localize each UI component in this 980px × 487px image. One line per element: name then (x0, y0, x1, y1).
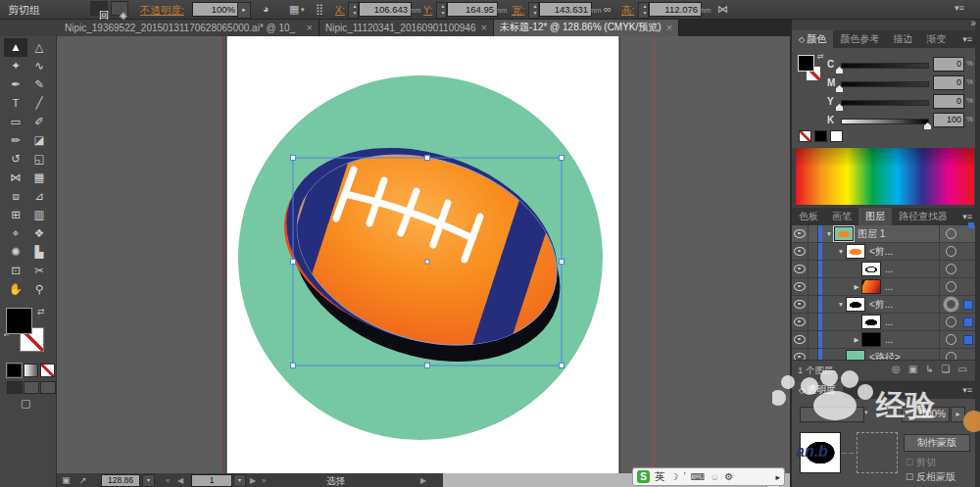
channel-value-field[interactable]: 0 (933, 75, 964, 90)
panel-tab[interactable]: 画笔 (825, 208, 858, 225)
lock-cell[interactable] (808, 243, 818, 260)
transparency-panel-menu-icon[interactable]: ▾≡ (962, 385, 972, 395)
visibility-cell[interactable] (792, 296, 808, 313)
channel-value-field[interactable]: 0 (933, 94, 964, 109)
height-spinner[interactable]: ▴▾ (638, 2, 649, 19)
layer-row[interactable]: ▼ <剪... (792, 296, 975, 314)
ime-toolbar[interactable]: S 英 ☽’⌨☺⚙ ▸ (632, 467, 785, 486)
blend-mode-dropdown[interactable] (800, 407, 864, 422)
target-cell[interactable] (940, 334, 961, 345)
transparency-opacity-arrow[interactable]: ▸ (951, 407, 965, 422)
expand-arrow-icon[interactable]: ▼ (824, 230, 834, 237)
new-layer-icon[interactable]: ❏ (942, 364, 951, 374)
channel-value-field[interactable]: 0 (933, 57, 964, 72)
tab-transparency[interactable]: ◇透明度 (792, 381, 843, 399)
ime-language-label[interactable]: 英 (655, 470, 665, 484)
layer-thumbnail[interactable] (861, 262, 881, 276)
gradient-tool[interactable]: ▥ (27, 206, 51, 224)
target-cell[interactable] (940, 299, 961, 310)
draw-inside-button[interactable] (40, 381, 56, 394)
x-field[interactable]: 106.643 (359, 2, 412, 17)
selection-cell[interactable] (961, 282, 975, 292)
layers-panel-menu-icon[interactable]: ▾≡ (962, 212, 972, 221)
layer-label[interactable]: <剪... (869, 298, 939, 312)
share-icon[interactable]: ↗ (79, 475, 87, 485)
mask-thumbnail[interactable] (857, 432, 898, 473)
slider-track[interactable] (841, 100, 929, 106)
column-graph-tool[interactable]: ▙ (27, 243, 51, 262)
panel-fill-swatch[interactable] (799, 56, 813, 71)
y-field[interactable]: 164.95 (447, 2, 498, 17)
visibility-cell[interactable] (792, 314, 808, 330)
gpu-preview-icon[interactable]: ▣ (62, 475, 71, 485)
layer-row[interactable]: ... (792, 261, 975, 278)
panel-tab[interactable]: ◇颜色参考 (833, 30, 886, 48)
x-spinner[interactable]: ▴▾ (348, 2, 359, 19)
draw-normal-button[interactable] (7, 381, 23, 394)
shape-builder-tool[interactable]: ⧈ (4, 187, 27, 206)
selection-cell[interactable] (961, 300, 975, 310)
moon-icon[interactable]: ☽ (670, 471, 679, 482)
layer-label[interactable]: 图层 1 (858, 227, 939, 241)
slider-track[interactable] (841, 119, 929, 124)
layer-thumbnail[interactable] (861, 279, 881, 294)
swap-fill-stroke-icon[interactable]: ⇄ (37, 307, 45, 317)
layer-row[interactable]: ▼ 图层 1 (792, 225, 975, 243)
slice-tool[interactable]: ✂ (27, 262, 51, 280)
layer-row[interactable]: ▼ <剪... (792, 243, 975, 261)
delete-layer-icon[interactable]: ▭ (958, 364, 967, 374)
opacity-value[interactable]: 100% (192, 2, 239, 17)
target-cell[interactable] (940, 246, 961, 257)
last-artboard-icon[interactable]: » (262, 476, 266, 485)
close-icon[interactable]: × (307, 22, 313, 33)
color-button[interactable] (7, 364, 22, 377)
zoom-tool[interactable]: ⚲ (27, 280, 51, 299)
perspective-grid-tool[interactable]: ⊿ (27, 187, 51, 206)
control-panel-menu-icon[interactable]: ▾≡ (955, 3, 964, 13)
magic-wand-tool[interactable]: ✦ (4, 57, 27, 75)
prev-artboard-icon[interactable]: ◀ (177, 476, 183, 485)
gradient-button[interactable] (24, 364, 38, 377)
first-artboard-icon[interactable]: « (166, 476, 170, 485)
visibility-cell[interactable] (792, 278, 808, 295)
layer-thumbnail[interactable] (861, 315, 881, 329)
lock-cell[interactable] (808, 225, 818, 242)
target-cell[interactable] (940, 317, 961, 327)
layer-row[interactable]: ▶ ... (792, 331, 975, 349)
lock-cell[interactable] (808, 278, 818, 295)
visibility-cell[interactable] (792, 225, 808, 242)
close-icon[interactable]: × (481, 22, 487, 33)
lasso-tool[interactable]: ∿ (27, 57, 51, 75)
x-label[interactable]: X: (335, 4, 345, 16)
align-caret-icon[interactable]: ▾ (301, 6, 305, 14)
document-tab[interactable]: Nipic_19369522_20150131170628065000.ai* … (59, 19, 319, 36)
layer-thumbnail[interactable] (846, 297, 865, 312)
slider-track[interactable] (841, 81, 929, 87)
target-cell[interactable] (940, 264, 961, 274)
artboard-number-field[interactable]: 1 (191, 474, 232, 487)
layer-label[interactable]: ... (885, 264, 939, 274)
invert-mask-checkbox[interactable]: ☐反相蒙版 (906, 470, 956, 484)
keyboard-icon[interactable]: ⌨ (691, 471, 705, 482)
canvas-area[interactable] (56, 36, 790, 473)
reference-point-icon[interactable]: ⣿ (316, 3, 323, 16)
expand-arrow-icon[interactable]: ▼ (836, 301, 846, 308)
blend-tool[interactable]: ❖ (27, 224, 51, 243)
document-tab[interactable]: Nipic_11120341_20160901100946921000.ai* … (319, 19, 494, 36)
screen-mode-icon[interactable]: ▢ (21, 397, 30, 410)
close-icon[interactable]: × (666, 22, 672, 33)
fill-color-swatch[interactable] (7, 309, 31, 333)
y-label[interactable]: Y: (423, 4, 432, 16)
target-cell[interactable] (940, 228, 961, 239)
selection-cell[interactable] (961, 317, 975, 327)
transparency-opacity-field[interactable]: 100% (902, 407, 950, 422)
edit-clipping-path-button[interactable]: 回 (90, 1, 108, 16)
selection-tool[interactable]: ▲ (4, 38, 27, 57)
height-field[interactable]: 112.076 (649, 2, 702, 17)
selection-cell[interactable] (961, 229, 975, 239)
visibility-cell[interactable] (792, 243, 808, 260)
panel-tab[interactable]: 图层 (858, 208, 892, 225)
rectangle-tool[interactable]: ▭ (4, 113, 27, 131)
hand-tool[interactable]: ✋ (4, 280, 27, 299)
selection-cell[interactable] (961, 335, 975, 345)
